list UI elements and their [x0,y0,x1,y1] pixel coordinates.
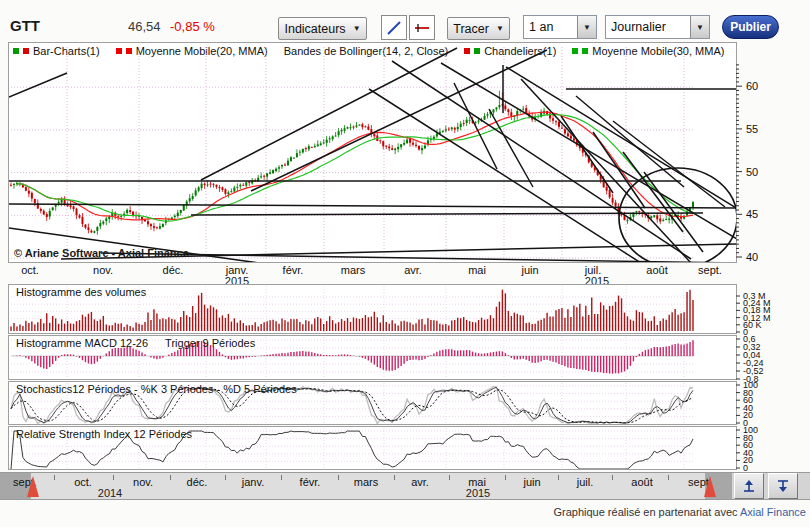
tracer-button[interactable]: Tracer ▼ [447,17,510,40]
price-chart-canvas[interactable] [9,43,736,262]
trendline-tool-button[interactable] [381,15,407,40]
chevron-down-icon: ▼ [353,24,361,33]
rsi-panel-title: Relative Strength Index 12 Périodes [16,428,192,440]
price-chart-panel: Bar-Charts(1)Moyenne Mobile(20, MMA)Band… [8,42,737,263]
timeline-tick [225,475,226,480]
macd-panel-title: Histogramme MACD 12-26 Trigger 9 Période… [16,337,255,349]
stochastics-panel: Stochastics12 Périodes - %K 3 Périodes -… [8,381,737,425]
volume-panel-title: Histogramme des volumes [16,286,146,298]
price-change: -0,85 % [170,19,215,34]
month-label: oct. [21,264,39,276]
period-select-value: Journalier [606,16,690,38]
footer-text: Graphique réalisé en partenariat avec [553,506,740,518]
timeline-month-label: nov. [133,476,153,488]
period-select[interactable]: Journalier ▼ [605,15,710,39]
timeline-tick [505,475,506,480]
chevron-down-icon: ▼ [496,24,504,33]
panel-expand-down-button[interactable] [768,473,798,499]
macd-panel: Histogramme MACD 12-26 Trigger 9 Période… [8,335,737,380]
month-label: nov. [93,264,113,276]
price-axis-label: 45 [746,208,758,220]
timeline-tick [612,475,613,480]
timeline-year-label: 2014 [98,487,122,499]
volume-panel: Histogramme des volumes [8,284,737,334]
timeline-month-label: juil. [577,476,594,488]
timeline-month-label: août [631,476,652,488]
footer-credit: Graphique réalisé en partenariat avec Ax… [553,506,806,518]
timeline-tick [558,475,559,480]
timeline-tick [170,475,171,480]
month-label: mars [341,264,365,276]
range-select[interactable]: 1 an ▼ [523,15,597,39]
horizontal-line-tool-button[interactable] [409,15,435,40]
timeline-month-label: avr. [411,476,429,488]
axial-finance-link[interactable]: Axial Finance [740,506,806,518]
chevron-down-icon[interactable]: ▼ [577,16,596,38]
last-price: 46,54 [128,19,161,34]
horizontal-line-icon [413,19,431,37]
price-axis-label: 50 [746,166,758,178]
chart-application-window: GTT 46,54 -0,85 % Indicateurs ▼ Tracer ▼… [0,0,810,527]
indicators-button[interactable]: Indicateurs ▼ [278,17,367,40]
timeline-scrollbar[interactable]: sept.oct.nov.déc.janv.févr.marsavr.maiju… [0,472,810,500]
panel-expand-up-button[interactable] [734,473,764,499]
timeline-tick [113,475,114,480]
timeline-month-label: juin [523,476,540,488]
axis-ticks [736,42,746,472]
timeline-range-marker[interactable] [27,476,39,497]
price-axis-label: 55 [746,123,758,135]
timeline-month-label: mars [354,476,378,488]
month-label: mai [468,264,486,276]
month-label: sept. [698,264,722,276]
stochastics-panel-title: Stochastics12 Périodes - %K 3 Périodes -… [16,383,297,395]
indicators-button-label: Indicateurs [284,22,345,36]
timeline-tick [394,475,395,480]
timeline-range-marker[interactable] [704,476,716,497]
timeline-month-label: janv. [242,476,264,488]
publish-button[interactable]: Publier [722,15,779,39]
macd-trigger-text: Trigger 9 Périodes [165,337,255,349]
chevron-down-icon[interactable]: ▼ [690,16,709,38]
rsi-panel: Relative Strength Index 12 Périodes [8,426,737,470]
timeline-tick [449,475,450,480]
timeline-year-label: 2015 [466,487,490,499]
month-label: avr. [404,264,422,276]
timeline-month-label: févr. [300,476,321,488]
month-label: févr. [283,264,304,276]
timeline-tick [338,475,339,480]
month-label: juin [521,264,538,276]
tracer-button-label: Tracer [453,22,489,36]
trendline-icon [385,19,403,37]
dock-up-icon [741,478,757,494]
timeline-month-label: déc. [187,476,208,488]
range-select-value: 1 an [524,16,577,38]
dock-down-icon [775,478,791,494]
toolbar: GTT 46,54 -0,85 % Indicateurs ▼ Tracer ▼… [0,0,810,42]
timeline-tick [281,475,282,480]
month-label: août [646,264,667,276]
price-axis-label: 60 [746,80,758,92]
month-label: déc. [163,264,184,276]
watermark: © Ariane Software - Axial Finance [14,247,189,259]
timeline-tick [668,475,669,480]
price-axis-label: 40 [746,251,758,263]
macd-title-text: Histogramme MACD 12-26 [16,337,148,349]
symbol-title: GTT [10,17,40,34]
timeline-month-label: oct. [74,476,92,488]
timeline-tick [54,475,55,480]
